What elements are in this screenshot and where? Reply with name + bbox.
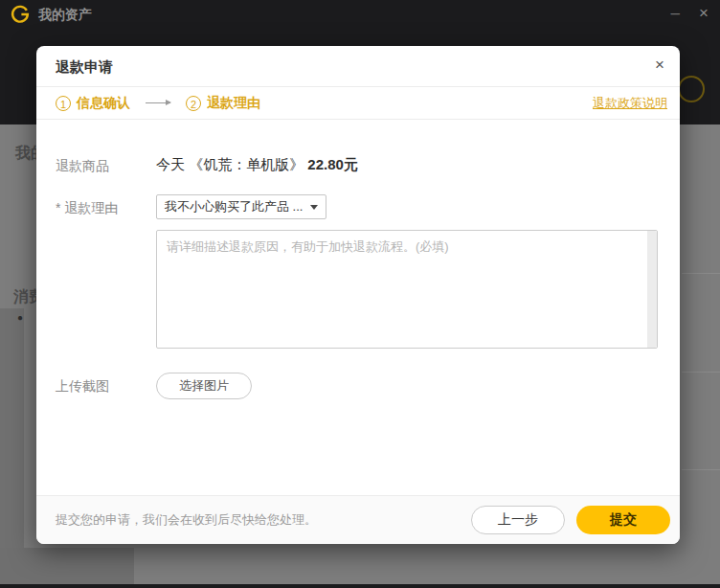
reason-selected-value: 我不小心购买了此产品 ... <box>165 198 303 215</box>
step-1-number: 1 <box>56 96 71 111</box>
dimmed-bullet-icon: ● <box>17 312 23 323</box>
dialog-footer: 提交您的申请，我们会在收到后尽快给您处理。 上一步 提交 <box>36 495 680 544</box>
dimmed-sidebar-strip <box>0 308 24 584</box>
close-dialog-icon[interactable]: × <box>655 57 664 73</box>
product-label: 退款商品 <box>56 158 109 175</box>
app-logo-icon <box>10 4 31 25</box>
dialog-header: 退款申请 × <box>36 46 680 87</box>
dialog-title: 退款申请 <box>56 58 113 75</box>
choose-image-button[interactable]: 选择图片 <box>156 373 252 399</box>
upload-label: 上传截图 <box>56 378 109 396</box>
step-indicator: 1 信息确认 2 退款理由 退款政策说明 <box>36 87 680 120</box>
refund-policy-link[interactable]: 退款政策说明 <box>593 95 667 112</box>
step-2-number: 2 <box>186 96 201 111</box>
product-price: 22.80元 <box>307 156 358 172</box>
dimmed-bottom-panel <box>0 548 134 584</box>
step-2-label: 退款理由 <box>207 95 260 112</box>
textarea-scrollbar[interactable] <box>647 231 657 348</box>
minimize-window-icon[interactable]: – <box>671 4 680 23</box>
step-2-refund-reason: 2 退款理由 <box>186 95 260 112</box>
reason-detail-textarea[interactable] <box>156 230 658 349</box>
app-title: 我的资产 <box>38 7 92 24</box>
refund-dialog: 退款申请 × 1 信息确认 2 退款理由 退款政策说明 退款商品 今天 《饥荒：… <box>36 46 680 544</box>
background-ring-decoration <box>678 76 705 102</box>
step-arrow-icon <box>146 102 170 103</box>
reason-label: * 退款理由 <box>56 200 118 217</box>
submit-button[interactable]: 提交 <box>576 506 670 534</box>
dimmed-row-divider <box>682 372 720 373</box>
dimmed-row-divider <box>682 469 720 470</box>
step-1-info-confirm: 1 信息确认 <box>56 95 130 112</box>
previous-step-button[interactable]: 上一步 <box>471 506 565 534</box>
product-value: 今天 《饥荒：单机版》 22.80元 <box>156 156 358 174</box>
close-window-icon[interactable]: × <box>699 4 709 23</box>
titlebar: 我的资产 – × <box>0 0 720 29</box>
product-name: 今天 《饥荒：单机版》 <box>156 156 304 172</box>
reason-select[interactable]: 我不小心购买了此产品 ... <box>156 194 326 219</box>
dimmed-row-divider <box>682 273 720 274</box>
reason-detail-field-wrap <box>156 230 658 349</box>
app-footer-background <box>0 584 720 588</box>
footer-note: 提交您的申请，我们会在收到后尽快给您处理。 <box>56 511 317 529</box>
app-window: 我的资产 – × 我的 消费 ● 退款申请 × 1 信息确认 2 退款理由 <box>0 0 720 588</box>
step-1-label: 信息确认 <box>77 95 130 112</box>
chevron-down-icon <box>310 205 318 210</box>
